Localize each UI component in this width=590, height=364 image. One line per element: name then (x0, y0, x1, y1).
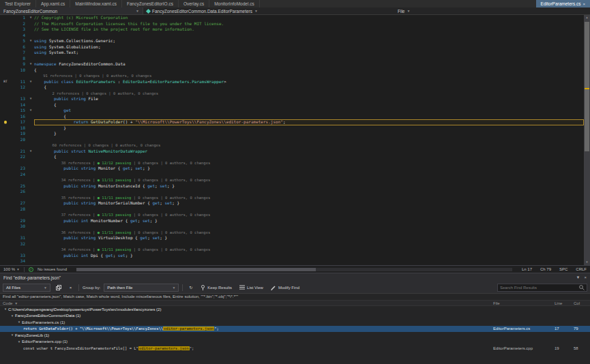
code-line[interactable]: 25 public string MonitorInstanceId { get… (0, 183, 584, 189)
scrollbar-thumb[interactable] (585, 22, 589, 151)
tab-editorparameters-cs[interactable]: EditorParameters.cs × (536, 0, 590, 7)
search-input[interactable] (500, 286, 579, 290)
fold-chevron-icon[interactable]: ▼ (27, 61, 34, 67)
code-line[interactable]: 5▼using System.Collections.Generic; (0, 38, 584, 44)
column-header-code[interactable]: Code ▼ (0, 301, 493, 305)
fold-chevron-icon[interactable]: ▼ (27, 149, 34, 155)
code-line[interactable]: 17 return GetDataFolder() + "\\Microsoft… (0, 119, 584, 125)
project-dropdown[interactable]: FancyZonesEditorCommon ▼ (0, 7, 143, 14)
find-result-row[interactable]: return GetDataFolder() + "\\Microsoft\\P… (0, 326, 590, 333)
chevron-down-icon[interactable]: ▼ (576, 275, 580, 279)
column-header-file[interactable]: File (493, 301, 555, 305)
code-line[interactable]: 21▼ public struct NativeMonitorDataWrapp… (0, 149, 584, 155)
code-line[interactable]: 8 (0, 56, 584, 62)
code-line[interactable]: 18 } (0, 125, 584, 132)
clear-results-icon[interactable]: × (66, 284, 75, 292)
codelens-line[interactable]: 34 references | ● 11/11 passing | 0 chan… (0, 247, 584, 253)
scroll-up-icon[interactable]: ▲ (584, 15, 590, 20)
code-line[interactable]: 2// The Microsoft Corporation licenses t… (0, 21, 584, 27)
chevron-down-icon[interactable]: ▼ (3, 307, 8, 311)
fold-chevron-icon[interactable]: ▼ (27, 79, 34, 85)
code-line[interactable]: 9▼namespace FancyZonesEditorCommon.Data (0, 61, 584, 67)
code-line[interactable]: 26 (0, 189, 584, 195)
document-tab[interactable]: MonitorInfoModel.cs (209, 0, 260, 7)
code-line[interactable]: 15▼ get (0, 108, 584, 114)
code-line[interactable]: 24 (0, 172, 584, 178)
find-tree-row[interactable]: ▼EditorParameters.cs (1) (0, 319, 590, 326)
code-line[interactable]: 10{ (0, 67, 584, 74)
code-line[interactable]: 28 (0, 207, 584, 213)
find-tree-row[interactable]: ▼FancyZonesEditorCommon\Data (1) (0, 313, 590, 320)
zoom-control[interactable]: 100 % ▼ (3, 267, 20, 271)
member-dropdown[interactable]: File ▼ (394, 7, 590, 14)
code-line[interactable]: 23 public string Monitor { get; set; } (0, 166, 584, 172)
type-dropdown[interactable]: FancyZonesEditorCommon.Data.EditorParame… (143, 7, 394, 14)
chevron-down-icon[interactable]: ▼ (16, 320, 22, 324)
column-indicator[interactable]: Ch 79 (540, 267, 551, 271)
chevron-down-icon[interactable]: ▼ (16, 340, 22, 344)
fold-chevron-icon[interactable]: ▼ (27, 96, 34, 102)
code-line[interactable]: 12 { (0, 85, 584, 91)
scroll-down-icon[interactable]: ▼ (584, 260, 590, 265)
close-icon[interactable]: × (584, 275, 587, 279)
fold-chevron-icon[interactable]: ▼ (27, 108, 34, 114)
scope-dropdown[interactable]: All Files ▼ (3, 284, 50, 292)
chevron-down-icon[interactable]: ▼ (10, 333, 15, 337)
chevron-down-icon[interactable]: ▼ (10, 314, 15, 318)
column-header-line[interactable]: Line (555, 301, 574, 305)
find-tree-row[interactable]: ▼EditorParameters.cpp (1) (0, 339, 590, 346)
codelens-line[interactable]: 34 references | ● 11/11 passing | 0 chan… (0, 177, 584, 183)
document-tab[interactable]: App.xaml.cs (36, 0, 70, 7)
refresh-icon[interactable]: ↻ (186, 284, 195, 292)
code-editor[interactable]: 1▼// Copyright (c) Microsoft Corporation… (0, 15, 584, 265)
document-tab[interactable]: Test Explorer (0, 0, 36, 7)
code-line[interactable]: 32 (0, 241, 584, 247)
codelens-line[interactable]: 36 references | ● 11/11 passing | 0 chan… (0, 230, 584, 236)
codelens-line[interactable]: 60 references | 0 changes | 0 authors, 0… (0, 142, 584, 149)
no-issues-icon[interactable]: ✓ (29, 267, 33, 272)
code-line[interactable]: 27 public string MonitorSerialNumber { g… (0, 200, 584, 207)
fold-chevron-icon[interactable]: ▼ (27, 38, 34, 44)
code-line[interactable]: 14 { (0, 102, 584, 108)
close-icon[interactable]: × (582, 2, 585, 6)
find-result-row[interactable]: const wchar_t FancyZonesEditorParameters… (0, 345, 590, 352)
space-mode-indicator[interactable]: SPC (559, 267, 567, 271)
code-line[interactable]: 6using System.Globalization; (0, 44, 584, 50)
copy-results-icon[interactable] (54, 284, 63, 292)
code-line[interactable]: 33 public int Dpi { get; set; } (0, 253, 584, 259)
fold-chevron-icon[interactable]: ▼ (27, 15, 34, 21)
find-panel-header[interactable]: Find "editor-parameters.json" ▼ × (0, 273, 590, 282)
column-header-col[interactable]: Col (574, 301, 590, 305)
code-line[interactable]: 31 public string VirtualDesktop { get; s… (0, 235, 584, 241)
codelens-line[interactable]: 37 references | ● 13/13 passing | 0 chan… (0, 212, 584, 218)
modify-find-button[interactable]: Modify Find (269, 284, 301, 292)
scrollbar-thumb[interactable] (76, 268, 316, 271)
find-tree-row[interactable]: ▼FancyZonesLib (1) (0, 332, 590, 339)
code-line[interactable]: 20 (0, 137, 584, 143)
find-tree-row[interactable]: ▼C:\Users\zhaopengwang\Desktop\powertoys… (0, 306, 590, 313)
codelens-line[interactable]: 2 references | 0 changes | 0 authors, 0 … (0, 91, 584, 97)
code-line[interactable]: RT11▼ public class EditorParameters : Ed… (0, 79, 584, 85)
code-line[interactable]: 34 (0, 258, 584, 264)
editor-vertical-scrollbar[interactable]: ▲ ▼ (584, 15, 590, 265)
code-line[interactable]: 30 (0, 224, 584, 230)
margin-badge[interactable]: RT (0, 79, 11, 85)
document-tab[interactable]: MainWindow.xaml.cs (70, 0, 122, 7)
codelens-line[interactable]: 35 references | ● 11/11 passing | 0 chan… (0, 195, 584, 201)
code-line[interactable]: 3// See the LICENSE file in the project … (0, 27, 584, 33)
code-line[interactable]: 13▼ public string File (0, 96, 584, 102)
codelens-line[interactable]: 91 references | 0 changes | 0 authors, 0… (0, 73, 584, 79)
quick-actions-lightbulb-icon[interactable] (0, 119, 11, 125)
keep-results-button[interactable]: Keep Results (198, 284, 234, 292)
code-line[interactable]: 7using System.Text; (0, 50, 584, 56)
code-line[interactable]: 19 } (0, 131, 584, 137)
document-tab[interactable]: Overlay.cs (179, 0, 209, 7)
search-find-results-box[interactable] (497, 284, 587, 292)
code-line[interactable]: 4 (0, 33, 584, 39)
group-by-dropdown[interactable]: Path then File ▼ (104, 284, 179, 292)
editor-horizontal-scrollbar[interactable] (76, 268, 512, 271)
code-line[interactable]: 29 public int MonitorNumber { get; set; … (0, 218, 584, 224)
line-ending-indicator[interactable]: CRLF (576, 267, 587, 271)
codelens-line[interactable]: 38 references | ● 12/12 passing | 0 chan… (0, 160, 584, 166)
code-line[interactable]: 16 { (0, 114, 584, 120)
